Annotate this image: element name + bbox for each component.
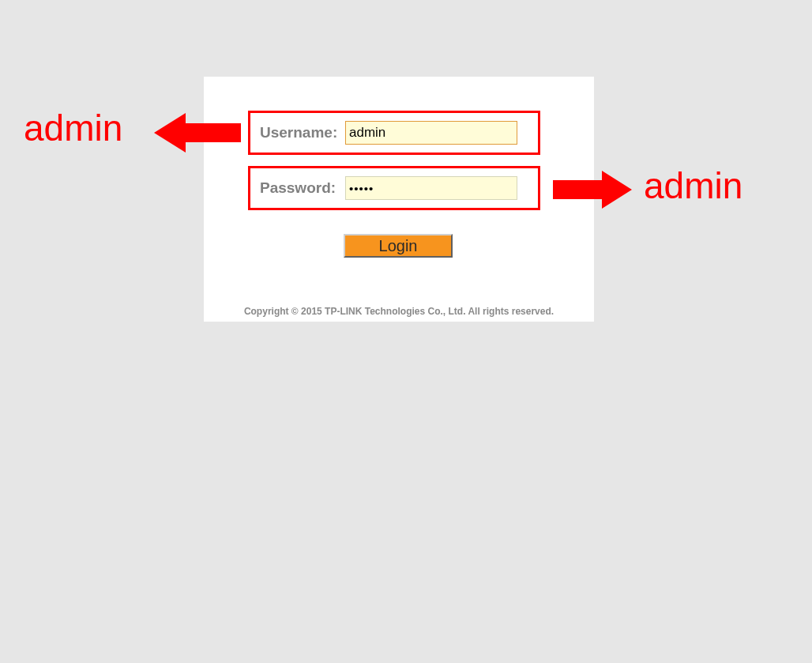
arrow-right-icon xyxy=(553,171,632,209)
username-field-group: Username: xyxy=(248,111,540,155)
username-label: Username: xyxy=(250,124,345,141)
arrow-left-icon xyxy=(154,113,241,153)
password-input[interactable] xyxy=(345,176,517,200)
copyright-text: Copyright © 2015 TP-LINK Technologies Co… xyxy=(204,306,594,317)
password-field-group: Password: xyxy=(248,166,540,210)
login-button[interactable]: Login xyxy=(344,234,453,258)
svg-marker-0 xyxy=(154,113,241,153)
annotation-label-left: admin xyxy=(24,107,122,149)
annotation-label-right: admin xyxy=(644,164,742,207)
svg-marker-1 xyxy=(553,171,632,209)
username-input[interactable] xyxy=(345,121,517,145)
password-label: Password: xyxy=(250,179,345,197)
